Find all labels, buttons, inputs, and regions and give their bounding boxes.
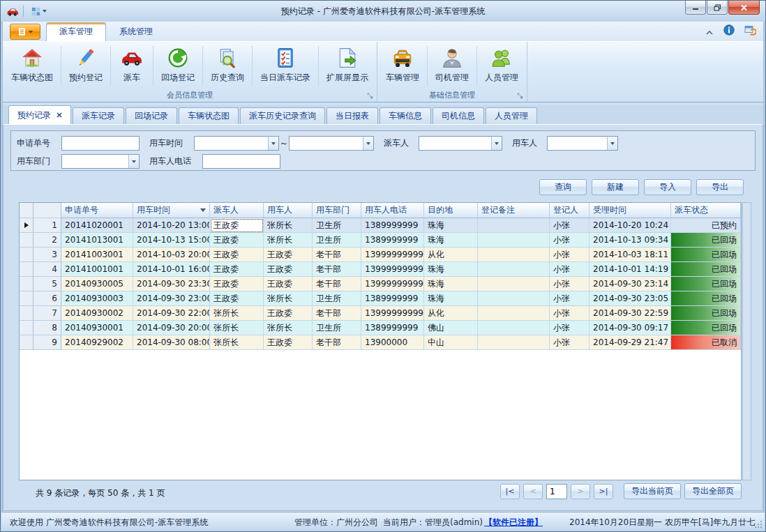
grid-cell[interactable]: 20141013001	[61, 233, 133, 248]
resize-grip-icon[interactable]	[754, 520, 763, 529]
grid-cell[interactable]: 2014-09-30 23:14	[589, 277, 671, 291]
combo-dropdown-button[interactable]	[491, 137, 502, 150]
filter-input[interactable]	[203, 155, 280, 168]
grid-cell[interactable]: 2014-10-01 14:19	[589, 262, 671, 277]
grid-cell[interactable]: 2014-10-01 16:00	[133, 262, 210, 277]
grid-cell[interactable]: 卫生所	[313, 218, 361, 233]
grid-cell[interactable]: 张所长	[264, 291, 313, 306]
grid-cell[interactable]: 2014-10-20 13:00	[133, 218, 210, 233]
doc-tab-8[interactable]: 司机信息	[433, 107, 484, 124]
grid-cell[interactable]: 王政委	[210, 248, 264, 262]
grid-cell[interactable]: 王政委	[210, 277, 264, 291]
table-row[interactable]: 9201409290022014-09-30 08:00张所长王政委老干部139…	[20, 335, 741, 350]
table-row[interactable]: 8201409300012014-09-30 20:00张所长张所长卫生所138…	[20, 321, 741, 335]
grid-cell[interactable]: 张所长	[264, 321, 313, 335]
grid-cell[interactable]	[478, 335, 550, 350]
grid-cell[interactable]: 20140930001	[61, 321, 133, 335]
grid-cell[interactable]: 王政委	[210, 218, 264, 233]
page-number-input[interactable]	[546, 484, 567, 499]
grid-cell[interactable]: 20140930002	[61, 306, 133, 321]
action-button-2[interactable]: 新建	[592, 179, 639, 195]
grid-cell[interactable]: 王政委	[210, 233, 264, 248]
next-page-button[interactable]: >	[571, 484, 590, 499]
grid-cell[interactable]: 20140929002	[61, 335, 133, 350]
ribbon-button-3[interactable]: 人员管理	[478, 43, 525, 89]
grid-cell[interactable]: 小张	[550, 321, 589, 335]
info-icon[interactable]	[723, 24, 735, 38]
grid-cell[interactable]: 2014-09-30 08:00	[133, 335, 210, 350]
grid-cell[interactable]	[478, 291, 550, 306]
grid-cell[interactable]: 2014-09-30 22:59	[589, 306, 671, 321]
grid-cell[interactable]: 20141001001	[61, 262, 133, 277]
grid-cell[interactable]: 1389999999	[361, 218, 424, 233]
grid-cell[interactable]: 珠海	[424, 262, 478, 277]
grid-cell[interactable]: 13999999999	[361, 248, 424, 262]
doc-tab-2[interactable]: 派车记录	[73, 107, 124, 124]
grid-cell[interactable]: 佛山	[424, 321, 478, 335]
filter-combo[interactable]	[195, 137, 268, 150]
grid-cell[interactable]: 小张	[550, 248, 589, 262]
doc-tab-6[interactable]: 当日报表	[326, 107, 378, 124]
grid-cell[interactable]: 王政委	[210, 291, 264, 306]
combo-dropdown-button[interactable]	[128, 155, 139, 168]
grid-cell[interactable]: 2014-09-30 22:00	[133, 306, 210, 321]
grid-cell[interactable]: 2014-10-13 09:34	[589, 233, 671, 248]
grid-cell[interactable]: 从化	[424, 306, 478, 321]
ribbon-button-1[interactable]: 车辆管理	[379, 43, 426, 89]
grid-cell[interactable]: 卫生所	[313, 291, 361, 306]
filter-combo[interactable]	[548, 137, 607, 150]
grid-cell[interactable]: 王政委	[210, 262, 264, 277]
grid-cell[interactable]: 小张	[550, 233, 589, 248]
table-row[interactable]: 1201410200012014-10-20 13:00王政委张所长卫生所138…	[20, 218, 741, 233]
ribbon-button-2[interactable]: 预约登记	[62, 43, 110, 89]
column-header-9[interactable]: 登记人	[550, 203, 589, 218]
ribbon-button-5[interactable]: 历史查询	[204, 43, 251, 89]
grid-cell[interactable]	[478, 248, 550, 262]
quick-access-button[interactable]	[28, 5, 50, 18]
ribbon-button-7[interactable]: 扩展屏显示	[320, 43, 375, 89]
grid-cell[interactable]: 王政委	[264, 306, 313, 321]
grid-cell[interactable]: 20140930003	[61, 291, 133, 306]
grid-cell[interactable]: 2014-10-03 18:11	[589, 248, 671, 262]
grid-cell[interactable]: 小张	[550, 277, 589, 291]
grid-cell[interactable]: 13999999999	[361, 262, 424, 277]
tab-close-icon[interactable]	[57, 111, 62, 119]
grid-cell[interactable]: 2014-10-20 10:24	[589, 218, 671, 233]
filter-combo[interactable]	[419, 137, 491, 150]
filter-combo[interactable]	[290, 137, 363, 150]
ribbon-tab-2[interactable]: 系统管理	[106, 22, 166, 41]
grid-cell[interactable]: 王政委	[264, 248, 313, 262]
column-header-3[interactable]: 派车人	[210, 203, 264, 218]
grid-cell[interactable]: 卫生所	[313, 321, 361, 335]
grid-cell[interactable]: 王政委	[264, 335, 313, 350]
grid-cell[interactable]: 张所长	[210, 321, 264, 335]
doc-tab-5[interactable]: 派车历史记录查询	[240, 107, 325, 124]
ribbon-tab-1[interactable]: 派车管理	[46, 22, 106, 41]
grid-cell[interactable]: 中山	[424, 335, 478, 350]
doc-tab-1[interactable]: 预约记录	[8, 105, 71, 124]
grid-cell[interactable]: 老干部	[313, 248, 361, 262]
grid-cell[interactable]: 13999999999	[361, 306, 424, 321]
minimize-button[interactable]	[685, 1, 706, 15]
grid-cell[interactable]: 老干部	[313, 262, 361, 277]
grid-cell[interactable]: 20141020001	[61, 218, 133, 233]
grid-cell[interactable]: 珠海	[424, 233, 478, 248]
grid-cell[interactable]: 1389999999	[361, 321, 424, 335]
table-row[interactable]: 5201409300052014-09-30 23:30王政委王政委老干部139…	[20, 277, 741, 291]
grid-cell[interactable]: 王政委	[264, 277, 313, 291]
grid-cell[interactable]	[478, 233, 550, 248]
column-header-7[interactable]: 目的地	[424, 203, 478, 218]
grid-cell[interactable]: 1389999999	[361, 291, 424, 306]
collapse-ribbon-icon[interactable]	[705, 25, 714, 38]
grid-cell[interactable]: 小张	[550, 262, 589, 277]
table-row[interactable]: 2201410130012014-10-13 15:00王政委张所长卫生所138…	[20, 233, 741, 248]
window-refresh-icon[interactable]	[744, 24, 756, 38]
grid-cell[interactable]: 小张	[550, 306, 589, 321]
grid-cell[interactable]: 老干部	[313, 306, 361, 321]
filter-input[interactable]	[62, 137, 139, 150]
filter-combo[interactable]	[62, 155, 128, 168]
grid-cell[interactable]: 老干部	[313, 335, 361, 350]
close-button[interactable]	[728, 1, 760, 15]
table-row[interactable]: 4201410010012014-10-01 16:00王政委王政委老干部139…	[20, 262, 741, 277]
grid-cell[interactable]: 从化	[424, 248, 478, 262]
